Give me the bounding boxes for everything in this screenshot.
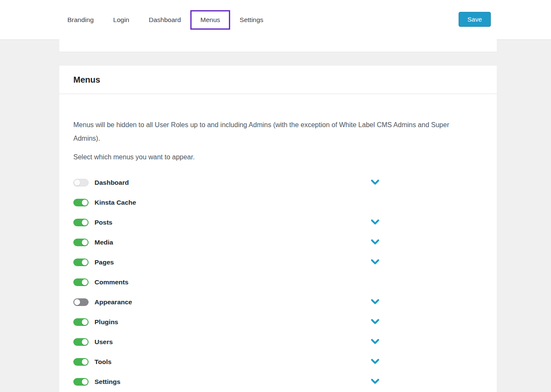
menu-toggle-comments[interactable] [73, 278, 89, 286]
tab-login[interactable]: Login [113, 16, 129, 24]
chevron-down-icon[interactable] [370, 296, 380, 306]
menus-panel: Menus Menus will be hidden to all User R… [59, 66, 497, 392]
menu-toggle-media[interactable] [73, 239, 89, 246]
menu-label: Settings [95, 378, 120, 386]
panel-body: Menus will be hidden to all User Roles u… [59, 94, 497, 392]
chevron-down-icon[interactable] [370, 217, 380, 227]
menu-label: Tools [95, 358, 111, 366]
menu-toggle-kinsta-cache[interactable] [73, 199, 89, 206]
menu-row-comments: Comments [73, 272, 471, 292]
menu-toggle-appearance[interactable] [73, 298, 89, 306]
menu-toggle-posts[interactable] [73, 219, 89, 226]
menu-label: Kinsta Cache [95, 199, 136, 206]
menu-label: Pages [95, 259, 114, 266]
secondary-bar [59, 39, 497, 52]
chevron-down-icon[interactable] [370, 177, 380, 187]
menu-label: Dashboard [95, 179, 129, 186]
menu-label: Media [95, 239, 113, 246]
chevron-down-icon[interactable] [370, 376, 380, 386]
toggle-knob [82, 259, 88, 265]
menu-row-plugins: Plugins [73, 312, 471, 332]
menu-toggle-pages[interactable] [73, 259, 89, 266]
menu-row-kinsta-cache: Kinsta Cache [73, 192, 471, 212]
menus-instruction: Select which menus you want to appear. [73, 152, 471, 162]
toggle-knob [74, 299, 80, 305]
menu-rows: Dashboard Kinsta Cache Posts Media [73, 172, 471, 392]
menus-description: Menus will be hidden to all User Roles u… [73, 118, 471, 145]
toggle-knob [82, 239, 88, 245]
menu-row-pages: Pages [73, 252, 471, 272]
toggle-knob [82, 359, 88, 365]
save-button[interactable]: Save [459, 12, 491, 27]
top-navigation: Branding Login Dashboard Menus Settings … [0, 0, 551, 39]
chevron-down-icon[interactable] [370, 316, 380, 326]
toggle-knob [82, 220, 88, 225]
menu-row-appearance: Appearance [73, 292, 471, 312]
menu-row-users: Users [73, 332, 471, 352]
menu-label: Users [95, 338, 113, 346]
menu-toggle-tools[interactable] [73, 358, 89, 366]
menu-toggle-users[interactable] [73, 338, 89, 346]
menu-toggle-settings[interactable] [73, 378, 89, 386]
tab-branding[interactable]: Branding [67, 16, 94, 24]
tab-dashboard[interactable]: Dashboard [149, 16, 181, 24]
menu-label: Plugins [95, 318, 118, 326]
menu-label: Appearance [95, 298, 132, 306]
menu-toggle-dashboard[interactable] [73, 179, 89, 186]
toggle-knob [82, 339, 88, 345]
menu-row-tools: Tools [73, 352, 471, 372]
chevron-down-icon[interactable] [370, 336, 380, 346]
menu-label: Comments [95, 278, 128, 286]
toggle-knob [82, 279, 88, 285]
menu-row-posts: Posts [73, 212, 471, 232]
toggle-knob [82, 379, 88, 385]
menu-row-dashboard: Dashboard [73, 172, 471, 192]
tab-settings[interactable]: Settings [239, 16, 263, 24]
menu-label: Posts [95, 219, 112, 226]
page-title: Menus [73, 75, 100, 85]
content-column: Menus Menus will be hidden to all User R… [59, 39, 497, 392]
menu-toggle-plugins[interactable] [73, 318, 89, 326]
toggle-knob [82, 319, 88, 325]
chevron-down-icon[interactable] [370, 256, 380, 267]
menu-row-settings: Settings [73, 372, 471, 392]
toggle-knob [74, 180, 80, 186]
chevron-down-icon[interactable] [370, 236, 380, 247]
panel-header: Menus [59, 66, 497, 94]
tab-menus[interactable]: Menus [190, 10, 231, 30]
chevron-down-icon[interactable] [370, 356, 380, 366]
menu-row-media: Media [73, 232, 471, 252]
toggle-knob [82, 200, 88, 206]
